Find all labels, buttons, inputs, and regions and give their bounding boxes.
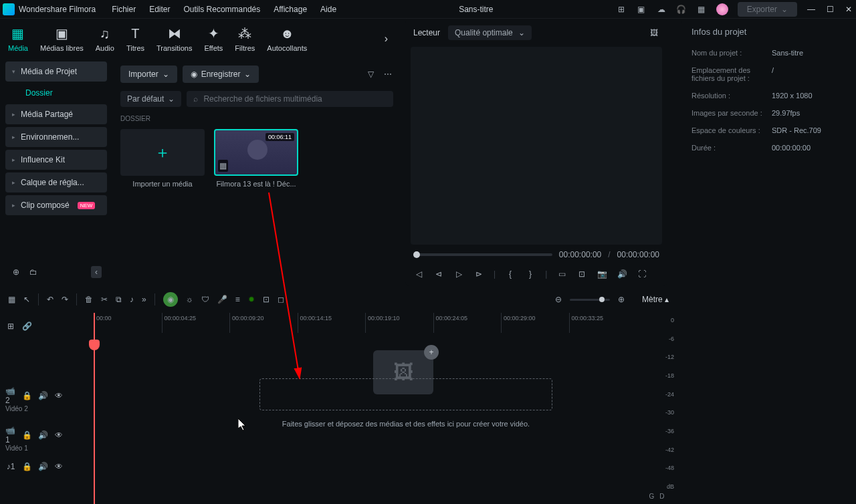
step-fwd-icon[interactable]: ⊳ xyxy=(473,269,484,279)
picture-icon[interactable]: 🖼 xyxy=(649,27,659,38)
timeline-ruler[interactable]: 00:00 00:00:04:25 00:00:09:20 00:00:14:1… xyxy=(94,313,637,333)
export-button[interactable]: Exporter⌄ xyxy=(738,2,797,17)
apps-icon[interactable]: ▦ xyxy=(696,4,707,15)
eye-icon[interactable]: 👁 xyxy=(54,430,64,440)
sidebar-item-shared[interactable]: ▸Média Partagé xyxy=(5,104,107,124)
delete-icon[interactable]: 🗑 xyxy=(85,295,93,304)
volume-icon[interactable]: 🔊 xyxy=(617,269,627,279)
preview-tab[interactable]: Lecteur xyxy=(413,28,440,37)
shield-icon[interactable]: 🛡 xyxy=(201,295,209,304)
ribbon-audio[interactable]: ♫Audio xyxy=(96,26,114,52)
ribbon-stock[interactable]: ▣Médias libres xyxy=(40,25,84,52)
zoom-in-icon[interactable]: ⊕ xyxy=(618,295,625,304)
fullscreen-icon[interactable]: ⛶ xyxy=(637,269,647,279)
close-icon[interactable]: ✕ xyxy=(844,5,853,14)
menu-view[interactable]: Affichage xyxy=(274,5,307,14)
sidebar-item-adjustment[interactable]: ▸Calque de régla... xyxy=(5,172,107,193)
undo-icon[interactable]: ↶ xyxy=(47,295,54,304)
layout-icon[interactable]: ⊞ xyxy=(616,4,627,15)
sun-icon[interactable]: ☼ xyxy=(186,295,193,304)
mute-icon[interactable]: 🔊 xyxy=(37,430,48,440)
play-icon[interactable]: ▷ xyxy=(453,269,464,279)
eye-icon[interactable]: 👁 xyxy=(54,461,64,472)
menu-file[interactable]: Fichier xyxy=(112,5,136,14)
prev-frame-icon[interactable]: ◁ xyxy=(413,269,424,279)
lock-icon[interactable]: 🔒 xyxy=(21,461,32,472)
more-icon[interactable]: ⋯ xyxy=(383,69,393,80)
crop-icon[interactable]: ⧉ xyxy=(116,295,122,304)
ai-icon[interactable]: ◉ xyxy=(163,292,178,307)
list-icon[interactable]: ≡ xyxy=(235,295,240,304)
lock-icon[interactable]: 🔒 xyxy=(21,390,32,401)
mute-icon[interactable]: 🔊 xyxy=(37,461,48,472)
cloud-icon[interactable]: ☁ xyxy=(656,4,667,15)
zoom-slider[interactable] xyxy=(570,299,610,301)
sidebar-item-compound[interactable]: ▸Clip composéNEW xyxy=(5,195,107,215)
snapshot-icon[interactable]: 📷 xyxy=(597,269,607,279)
grid-icon[interactable]: ▦ xyxy=(8,295,15,304)
media-sidebar: ▾Média de Projet Dossier ▸Média Partagé … xyxy=(0,59,112,286)
scrub-slider[interactable] xyxy=(413,253,552,256)
meter-toggle[interactable]: Mètre ▴ xyxy=(642,295,669,304)
link-icon[interactable]: ◻ xyxy=(278,295,284,304)
pointer-icon[interactable]: ↖ xyxy=(23,295,30,304)
step-back-icon[interactable]: ⊲ xyxy=(433,269,444,279)
menu-tools[interactable]: Outils Recommandés xyxy=(184,5,261,14)
menu-help[interactable]: Aide xyxy=(320,5,336,14)
preview-canvas[interactable] xyxy=(411,47,662,245)
zoom-out-icon[interactable]: ⊖ xyxy=(555,295,562,304)
more-tools-icon[interactable]: » xyxy=(142,295,146,304)
user-avatar[interactable] xyxy=(716,3,728,15)
display-icon[interactable]: ⊡ xyxy=(576,269,587,279)
import-button[interactable]: Importer⌄ xyxy=(120,66,177,83)
add-track-icon[interactable]: ⊞ xyxy=(5,321,16,332)
ribbon-transitions[interactable]: ⧓Transitions xyxy=(156,25,192,52)
ribbon-more-icon[interactable]: › xyxy=(379,33,393,45)
ribbon-stickers[interactable]: ☻Autocollants xyxy=(267,26,307,52)
track-v2-label: Vidéo 2 xyxy=(0,405,94,412)
folder-icon[interactable]: 🗀 xyxy=(28,267,39,277)
collapse-sidebar-icon[interactable]: ‹ xyxy=(91,266,102,278)
sidebar-item-folder[interactable]: Dossier xyxy=(5,84,107,102)
drop-zone[interactable] xyxy=(259,378,552,410)
mic-icon[interactable]: 🎤 xyxy=(217,295,227,304)
menu-edit[interactable]: Editer xyxy=(149,5,170,14)
sidebar-item-project-media[interactable]: ▾Média de Projet xyxy=(5,61,107,82)
redo-icon[interactable]: ↷ xyxy=(62,295,68,304)
clip-duration: 00:06:11 xyxy=(265,133,294,141)
marker-icon[interactable]: ✹ xyxy=(248,295,255,304)
save-icon[interactable]: ▣ xyxy=(636,4,647,15)
mute-icon[interactable]: 🔊 xyxy=(37,390,48,401)
ribbon-media[interactable]: ▦Média xyxy=(8,25,28,52)
media-clip[interactable]: 00:06:11 ▦ Filmora 13 est là ! Déc... xyxy=(214,129,298,188)
sidebar-item-environment[interactable]: ▸Environnemen... xyxy=(5,127,107,147)
mark-in-icon[interactable]: { xyxy=(505,269,516,279)
info-duration: 00:00:00:00 xyxy=(772,144,811,152)
ribbon-filters[interactable]: ⁂Filtres xyxy=(235,25,255,52)
headphones-icon[interactable]: 🎧 xyxy=(676,4,687,15)
import-media-card[interactable]: ＋ Importer un média xyxy=(120,129,205,188)
ribbon-effects[interactable]: ✦Effets xyxy=(204,25,223,52)
search-input[interactable]: ⌕Recherche de fichiers multimédia xyxy=(187,91,393,107)
music-icon[interactable]: ♪ xyxy=(130,295,134,304)
record-button[interactable]: ◉Enregistrer⌄ xyxy=(183,66,259,83)
link-icon[interactable]: 🔗 xyxy=(21,321,32,332)
mark-out-icon[interactable]: } xyxy=(525,269,536,279)
ribbon-titles[interactable]: TTitres xyxy=(126,26,144,52)
sort-dropdown[interactable]: Par défaut⌄ xyxy=(120,91,181,107)
eye-icon[interactable]: 👁 xyxy=(54,390,64,401)
cut-icon[interactable]: ✂ xyxy=(101,295,108,304)
filter-icon[interactable]: ▽ xyxy=(365,69,376,80)
track-v1-label: Vidéo 1 xyxy=(0,445,94,452)
aspect-icon[interactable]: ▭ xyxy=(556,269,567,279)
lock-icon[interactable]: 🔒 xyxy=(21,430,32,440)
timeline-tracks[interactable]: 00:00 00:00:04:25 00:00:09:20 00:00:14:1… xyxy=(94,313,637,504)
add-folder-icon[interactable]: ⊕ xyxy=(11,267,21,277)
minimize-icon[interactable]: — xyxy=(807,5,816,14)
quality-dropdown[interactable]: Qualité optimale⌄ xyxy=(448,25,532,40)
maximize-icon[interactable]: ☐ xyxy=(825,5,835,14)
playhead[interactable] xyxy=(94,313,95,504)
record-track-icon[interactable]: ⊡ xyxy=(263,295,270,304)
new-badge: NEW xyxy=(78,202,96,209)
sidebar-item-influence[interactable]: ▸Influence Kit xyxy=(5,150,107,170)
